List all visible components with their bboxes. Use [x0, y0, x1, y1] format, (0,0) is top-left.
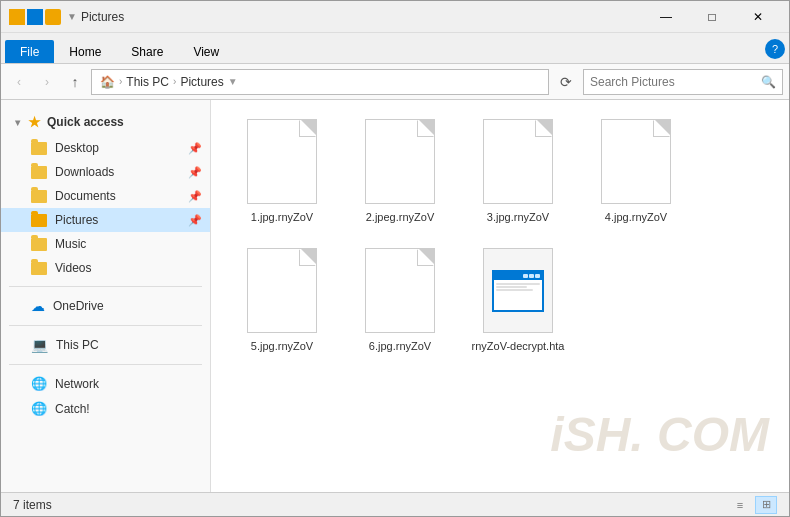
file-item-4[interactable]: 4.jpg.rnyZoV — [581, 110, 691, 231]
file-icon-5 — [247, 248, 317, 333]
tab-home[interactable]: Home — [54, 40, 116, 63]
hta-btn2 — [529, 274, 534, 278]
file-item-2[interactable]: 2.jpeg.rnyZoV — [345, 110, 455, 231]
window-controls: — □ ✕ — [643, 1, 781, 33]
sidebar-label-videos: Videos — [55, 261, 91, 275]
status-bar: 7 items ≡ ⊞ — [1, 492, 789, 516]
folder-icon-pictures — [31, 214, 47, 227]
quickaccess-arrow-icon: ▾ — [15, 117, 20, 128]
sidebar-item-desktop[interactable]: Desktop 📌 — [1, 136, 210, 160]
ribbon-tabs: File Home Share View ? — [1, 33, 789, 63]
forward-button[interactable]: › — [35, 70, 59, 94]
hta-content — [494, 280, 542, 294]
sidebar-item-thispc[interactable]: 💻 This PC — [1, 332, 210, 358]
file-name-1: 1.jpg.rnyZoV — [251, 210, 313, 224]
icon-sq3 — [45, 9, 61, 25]
file-icon-4 — [601, 119, 671, 204]
search-input[interactable] — [590, 75, 757, 89]
hta-window-graphic — [492, 270, 544, 312]
pin-icon-desktop: 📌 — [188, 142, 202, 155]
file-item-7[interactable]: rnyZoV-decrypt.hta — [463, 239, 573, 360]
minimize-button[interactable]: — — [643, 1, 689, 33]
file-icon-2 — [365, 119, 435, 204]
search-icon: 🔍 — [761, 75, 776, 89]
onedrive-icon: ☁ — [31, 298, 45, 314]
files-area: iSH. COM 1.jpg.rnyZoV 2.jpeg.rnyZoV 3.jp… — [211, 100, 789, 492]
file-item-5[interactable]: 5.jpg.rnyZoV — [227, 239, 337, 360]
thispc-icon: 💻 — [31, 337, 48, 353]
file-item-3[interactable]: 3.jpg.rnyZoV — [463, 110, 573, 231]
tab-view[interactable]: View — [178, 40, 234, 63]
pin-icon-downloads: 📌 — [188, 166, 202, 179]
folder-icon-desktop — [31, 142, 47, 155]
list-view-button[interactable]: ≡ — [729, 496, 751, 514]
folder-icon-videos — [31, 262, 47, 275]
sidebar-label-documents: Documents — [55, 189, 116, 203]
title-chevron: ▼ — [67, 11, 77, 22]
close-button[interactable]: ✕ — [735, 1, 781, 33]
folder-icon-music — [31, 238, 47, 251]
sidebar-label-desktop: Desktop — [55, 141, 99, 155]
catch-icon: 🌐 — [31, 401, 47, 416]
sidebar-item-pictures[interactable]: Pictures 📌 — [1, 208, 210, 232]
sidebar-divider3 — [9, 364, 202, 365]
refresh-button[interactable]: ⟳ — [553, 69, 579, 95]
window-title: Pictures — [81, 10, 643, 24]
file-icon-3 — [483, 119, 553, 204]
sidebar-quickaccess-header[interactable]: ▾ ★ Quick access — [1, 108, 210, 136]
star-icon: ★ — [28, 114, 41, 130]
sidebar-item-catch[interactable]: 🌐 Catch! — [1, 396, 210, 421]
file-name-3: 3.jpg.rnyZoV — [487, 210, 549, 224]
address-path[interactable]: 🏠 › This PC › Pictures ▼ — [91, 69, 549, 95]
sidebar-label-onedrive: OneDrive — [53, 299, 104, 313]
view-toggle: ≡ ⊞ — [729, 496, 777, 514]
up-button[interactable]: ↑ — [63, 70, 87, 94]
file-icon-1 — [247, 119, 317, 204]
file-item-1[interactable]: 1.jpg.rnyZoV — [227, 110, 337, 231]
tab-share[interactable]: Share — [116, 40, 178, 63]
network-icon: 🌐 — [31, 376, 47, 391]
hta-line1 — [496, 283, 540, 285]
hta-btn1 — [523, 274, 528, 278]
sidebar-item-network[interactable]: 🌐 Network — [1, 371, 210, 396]
files-grid: 1.jpg.rnyZoV 2.jpeg.rnyZoV 3.jpg.rnyZoV … — [227, 110, 773, 482]
file-name-2: 2.jpeg.rnyZoV — [366, 210, 434, 224]
sidebar-item-onedrive[interactable]: ☁ OneDrive — [1, 293, 210, 319]
chevron1: › — [119, 76, 122, 87]
folder-icon-documents — [31, 190, 47, 203]
sidebar-label-network: Network — [55, 377, 99, 391]
sidebar-label-pictures: Pictures — [55, 213, 98, 227]
sidebar-item-downloads[interactable]: Downloads 📌 — [1, 160, 210, 184]
sidebar-item-music[interactable]: Music — [1, 232, 210, 256]
grid-view-button[interactable]: ⊞ — [755, 496, 777, 514]
path-pictures: Pictures — [180, 75, 223, 89]
sidebar-label-catch: Catch! — [55, 402, 90, 416]
item-count: 7 items — [13, 498, 52, 512]
address-bar: ‹ › ↑ 🏠 › This PC › Pictures ▼ ⟳ 🔍 — [1, 64, 789, 100]
maximize-button[interactable]: □ — [689, 1, 735, 33]
path-thispc: This PC — [126, 75, 169, 89]
file-name-7: rnyZoV-decrypt.hta — [472, 339, 565, 353]
main-area: ▾ ★ Quick access Desktop 📌 Downloads 📌 D… — [1, 100, 789, 492]
search-box: 🔍 — [583, 69, 783, 95]
quickaccess-label: Quick access — [47, 115, 124, 129]
hta-titlebar — [494, 272, 542, 280]
tab-file[interactable]: File — [5, 40, 54, 63]
hta-line3 — [496, 289, 533, 291]
hta-btn3 — [535, 274, 540, 278]
file-explorer-window: ▼ Pictures — □ ✕ File Home Share View ? … — [0, 0, 790, 517]
pin-icon-documents: 📌 — [188, 190, 202, 203]
sidebar-item-documents[interactable]: Documents 📌 — [1, 184, 210, 208]
sidebar-divider2 — [9, 325, 202, 326]
file-item-6[interactable]: 6.jpg.rnyZoV — [345, 239, 455, 360]
title-bar-icon — [9, 9, 61, 25]
sidebar-label-thispc: This PC — [56, 338, 99, 352]
path-home-icon: 🏠 — [100, 75, 115, 89]
back-button[interactable]: ‹ — [7, 70, 31, 94]
sidebar: ▾ ★ Quick access Desktop 📌 Downloads 📌 D… — [1, 100, 211, 492]
path-dropdown[interactable]: ▼ — [228, 76, 238, 87]
help-button[interactable]: ? — [765, 39, 785, 59]
sidebar-label-downloads: Downloads — [55, 165, 114, 179]
sidebar-item-videos[interactable]: Videos — [1, 256, 210, 280]
file-icon-7 — [483, 248, 553, 333]
